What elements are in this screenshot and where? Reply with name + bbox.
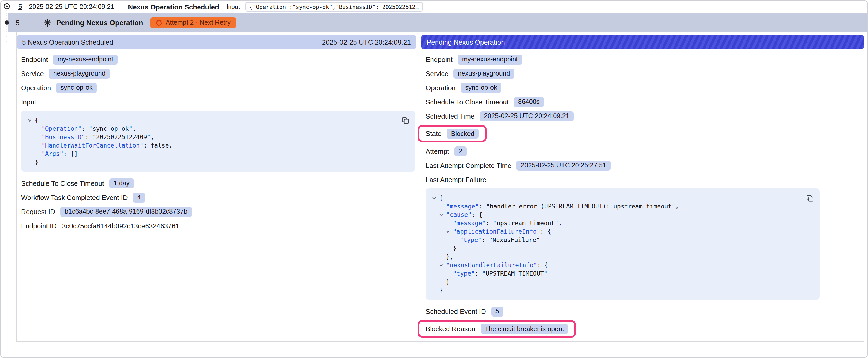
code-text: }	[439, 287, 443, 294]
collapse-chevron-icon[interactable]	[439, 261, 446, 269]
code-line: "type": "UPSTREAM_TIMEOUT"	[430, 269, 799, 278]
endpoint-value-badge: my-nexus-endpoint	[458, 54, 522, 64]
field-attempt: Attempt 2	[426, 146, 864, 156]
copy-button[interactable]	[400, 115, 410, 126]
code-gutter	[27, 158, 35, 166]
blocked-reason-badge: The circuit breaker is open.	[480, 324, 568, 334]
field-service: Service nexus-playground	[21, 68, 416, 79]
code-gutter	[445, 219, 453, 227]
code-line: "BusinessID": "20250225122409",	[25, 133, 394, 141]
field-scheduled-event-id: Scheduled Event ID 5	[426, 306, 864, 317]
collapse-chevron-icon[interactable]	[439, 210, 446, 219]
code-line: "Operation": "sync-op-ok",	[25, 124, 394, 133]
field-label: Endpoint ID	[21, 222, 57, 230]
service-value-badge: nexus-playground	[49, 68, 110, 78]
endpoint-id-link[interactable]: 3c0c75ccfa8144b092c13ce632463761	[62, 222, 180, 230]
code-gutter	[34, 141, 41, 150]
workflow-task-completed-event-id-badge: 4	[133, 192, 145, 202]
input-label: Input	[21, 98, 36, 106]
pending-operation-title: Pending Nexus Operation	[56, 19, 143, 27]
field-endpoint: Endpoint my-nexus-endpoint	[426, 54, 864, 65]
failure-json-viewer: {"message": "handler error (UPSTREAM_TIM…	[426, 189, 820, 300]
collapse-chevron-icon[interactable]	[445, 227, 453, 236]
code-text: },	[446, 253, 454, 260]
schedule-to-close-timeout-badge: 86400s	[514, 97, 544, 107]
code-line: }	[25, 158, 394, 166]
annotation-highlight-state: State Blocked	[418, 125, 487, 142]
code-text: "Operation": "sync-op-ok",	[41, 125, 136, 132]
code-gutter	[439, 278, 446, 286]
field-workflow-task-completed-event-id: Workflow Task Completed Event ID 4	[21, 192, 416, 203]
code-gutter	[439, 202, 446, 210]
code-text: }	[35, 159, 38, 166]
code-gutter	[445, 244, 453, 253]
field-last-attempt-complete-time: Last Attempt Complete Time 2025-02-25 UT…	[426, 160, 864, 171]
field-schedule-to-close-timeout: Schedule To Close Timeout 1 day	[21, 178, 416, 189]
scheduled-time-badge: 2025-02-25 UTC 20:24:09.21	[480, 111, 574, 121]
copy-icon	[401, 116, 409, 124]
collapse-chevron-icon[interactable]	[27, 116, 35, 124]
code-gutter	[34, 133, 41, 141]
code-text: {	[35, 117, 38, 124]
request-id-badge: b1c6a4bc-8ee7-468a-9169-df3b02c8737b	[60, 206, 191, 217]
scheduled-panel-title: 5 Nexus Operation Scheduled	[22, 38, 113, 46]
pending-operation-row[interactable]: 5 Pending Nexus Operation Attempt 2 · Ne…	[8, 13, 867, 32]
field-state: State Blocked	[426, 125, 864, 142]
field-label: Blocked Reason	[426, 325, 475, 333]
scheduled-panel-header: 5 Nexus Operation Scheduled 2025-02-25 U…	[17, 35, 416, 49]
code-line: "Args": []	[25, 150, 394, 158]
scheduled-panel-time: 2025-02-25 UTC 20:24:09.21	[322, 38, 411, 46]
field-operation: Operation sync-op-ok	[426, 83, 864, 93]
code-gutter	[453, 236, 460, 244]
scheduled-panel-fields: Endpoint my-nexus-endpoint Service nexus…	[17, 49, 416, 235]
field-label: Schedule To Close Timeout	[21, 179, 104, 187]
code-line: }	[430, 278, 799, 286]
code-text: "type": "UPSTREAM_TIMEOUT"	[453, 270, 548, 277]
field-label: Operation	[21, 84, 51, 92]
field-label: Request ID	[21, 207, 55, 216]
field-request-id: Request ID b1c6a4bc-8ee7-468a-9169-df3b0…	[21, 206, 416, 217]
field-input: Input	[21, 97, 416, 107]
annotation-highlight-blocked-reason: Blocked Reason The circuit breaker is op…	[418, 320, 576, 337]
last-attempt-complete-time-badge: 2025-02-25 UTC 20:25:27.51	[517, 160, 611, 170]
input-json-viewer: {"Operation": "sync-op-ok","BusinessID":…	[21, 111, 415, 172]
copy-button[interactable]	[804, 193, 815, 203]
code-line: {	[430, 194, 799, 202]
timeline-markers-icon	[1, 1, 13, 48]
last-attempt-failure-label: Last Attempt Failure	[426, 175, 486, 184]
pending-operation-asterisk-icon	[43, 19, 52, 27]
event-row-scheduled[interactable]: 5 2025-02-25 UTC 20:24:09.21 Nexus Opera…	[1, 1, 867, 13]
endpoint-value-badge: my-nexus-endpoint	[53, 54, 118, 64]
collapse-chevron-icon[interactable]	[432, 194, 439, 202]
operation-value-badge: sync-op-ok	[461, 83, 501, 93]
field-endpoint-id: Endpoint ID 3c0c75ccfa8144b092c13ce63246…	[21, 221, 416, 231]
code-text: }	[446, 278, 450, 286]
pending-event-id-link[interactable]: 5	[16, 19, 20, 27]
field-endpoint: Endpoint my-nexus-endpoint	[21, 54, 416, 65]
attempt-retry-badge-label: Attempt 2 · Next Retry	[166, 19, 231, 26]
code-gutter	[445, 269, 453, 278]
code-line: "message": "handler error (UPSTREAM_TIME…	[430, 202, 799, 210]
code-text: }	[453, 245, 457, 252]
state-badge: Blocked	[447, 129, 479, 138]
field-label: Endpoint	[426, 55, 453, 63]
pending-panel-header: Pending Nexus Operation	[422, 35, 864, 49]
field-label: Scheduled Time	[426, 112, 474, 120]
event-timestamp: 2025-02-25 UTC 20:24:09.21	[29, 3, 114, 10]
code-text: "message": "handler error (UPSTREAM_TIME…	[446, 203, 679, 210]
event-id-link[interactable]: 5	[19, 3, 22, 10]
failure-json-lines: {"message": "handler error (UPSTREAM_TIM…	[430, 194, 799, 294]
code-gutter	[432, 286, 439, 294]
event-title: Nexus Operation Scheduled	[128, 3, 219, 11]
field-scheduled-time: Scheduled Time 2025-02-25 UTC 20:24:09.2…	[426, 111, 864, 121]
code-text: "nexusHandlerFailureInfo": {	[446, 261, 548, 269]
event-timeline-rail	[1, 1, 13, 48]
code-line: "cause": {	[430, 210, 799, 219]
scheduled-event-id-badge: 5	[491, 306, 503, 316]
event-input-label: Input	[226, 4, 240, 10]
code-text: {	[439, 194, 443, 202]
code-text: "Args": []	[41, 150, 78, 158]
code-line: }	[430, 244, 799, 253]
field-label: Service	[426, 70, 448, 77]
code-text: "applicationFailureInfo": {	[453, 228, 551, 235]
